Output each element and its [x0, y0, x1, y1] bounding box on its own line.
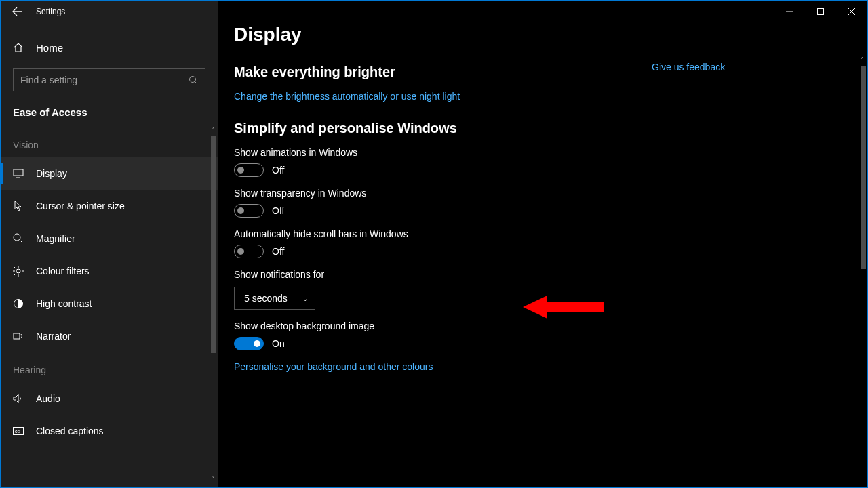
svg-line-18: [14, 274, 16, 275]
sidebar-item-high-contrast[interactable]: High contrast: [1, 287, 218, 320]
brightness-icon: [13, 266, 26, 277]
titlebar: Settings: [1, 1, 867, 22]
main-content: Display Make everything brighter Change …: [218, 1, 867, 487]
nav-group-header-hearing: Hearing: [1, 352, 218, 382]
svg-rect-20: [14, 333, 20, 339]
nav-label: Cursor & pointer size: [36, 201, 125, 211]
minimize-button[interactable]: [774, 1, 805, 22]
desktop-bg-label: Show desktop background image: [234, 321, 652, 331]
svg-point-8: [14, 234, 20, 241]
svg-line-5: [195, 82, 198, 85]
chevron-down-icon: ⌄: [302, 295, 308, 302]
page-title: Display: [234, 24, 652, 45]
scroll-up-icon[interactable]: ˄: [208, 127, 218, 136]
notifications-dropdown[interactable]: 5 seconds ⌄: [234, 287, 315, 310]
svg-line-9: [20, 240, 23, 243]
magnifier-icon: [13, 233, 26, 244]
section-brightness-title: Make everything brighter: [234, 64, 652, 80]
sidebar-scrollbar-thumb[interactable]: [211, 136, 216, 353]
sidebar-home-label: Home: [36, 42, 63, 54]
scrollbars-toggle[interactable]: [234, 245, 264, 258]
arrow-left-icon: [12, 6, 22, 17]
svg-rect-1: [818, 9, 824, 15]
main-scroll-up-icon[interactable]: ˄: [858, 56, 866, 64]
svg-point-10: [16, 269, 20, 273]
svg-line-17: [21, 267, 22, 268]
main-scrollbar[interactable]: [859, 66, 866, 483]
nav-label: Narrator: [36, 331, 71, 342]
window-controls: [774, 1, 867, 22]
sidebar-item-display[interactable]: Display: [1, 157, 218, 190]
svg-line-15: [14, 267, 16, 268]
search-input-wrap[interactable]: [13, 68, 205, 92]
svg-line-16: [21, 274, 22, 275]
animations-toggle[interactable]: [234, 163, 264, 177]
nav-label: Colour filters: [36, 266, 90, 277]
scroll-down-icon[interactable]: ˅: [208, 475, 218, 485]
desktop-bg-state: On: [272, 338, 285, 349]
sidebar-item-cursor[interactable]: Cursor & pointer size: [1, 190, 218, 222]
transparency-state: Off: [272, 205, 284, 216]
svg-rect-6: [14, 169, 23, 176]
sidebar-scrollbar[interactable]: [210, 136, 218, 475]
section-simplify-title: Simplify and personalise Windows: [234, 121, 652, 136]
window-title: Settings: [33, 7, 65, 16]
sidebar-item-narrator[interactable]: Narrator: [1, 320, 218, 352]
sidebar-category: Ease of Access: [1, 101, 218, 127]
cc-icon: cc: [13, 427, 26, 435]
speaker-icon: [13, 394, 26, 403]
scrollbars-state: Off: [272, 246, 284, 257]
nav-label: Audio: [36, 393, 60, 404]
brightness-link[interactable]: Change the brightness automatically or u…: [234, 91, 460, 102]
svg-point-4: [190, 77, 196, 83]
nav-group-header-vision: Vision: [1, 127, 218, 157]
svg-text:cc: cc: [15, 429, 20, 434]
sidebar-item-colour-filters[interactable]: Colour filters: [1, 255, 218, 287]
transparency-label: Show transparency in Windows: [234, 188, 652, 199]
search-icon: [189, 75, 198, 85]
nav-label: Display: [36, 168, 67, 179]
sidebar-item-magnifier[interactable]: Magnifier: [1, 222, 218, 255]
personalise-link[interactable]: Personalise your background and other co…: [234, 361, 433, 372]
home-icon: [13, 42, 26, 53]
sidebar: Home Ease of Access Vision Display Curso…: [1, 1, 218, 487]
sidebar-nav: Vision Display Cursor & pointer size Mag…: [1, 127, 218, 487]
notifications-label: Show notifications for: [234, 269, 652, 280]
close-button[interactable]: [836, 1, 867, 22]
nav-label: High contrast: [36, 298, 92, 309]
contrast-icon: [13, 298, 26, 309]
monitor-icon: [13, 169, 26, 178]
nav-label: Magnifier: [36, 233, 75, 244]
sidebar-item-closed-captions[interactable]: cc Closed captions: [1, 415, 218, 447]
desktop-bg-toggle[interactable]: [234, 337, 264, 350]
cursor-icon: [13, 201, 26, 211]
feedback-link[interactable]: Give us feedback: [652, 62, 725, 73]
animations-state: Off: [272, 165, 284, 176]
sidebar-home[interactable]: Home: [1, 32, 218, 63]
nav-label: Closed captions: [36, 426, 104, 436]
back-button[interactable]: [1, 1, 33, 22]
narrator-icon: [13, 331, 26, 341]
notifications-value: 5 seconds: [244, 293, 288, 304]
search-input[interactable]: [20, 75, 189, 85]
animations-label: Show animations in Windows: [234, 147, 652, 158]
main-scrollbar-thumb[interactable]: [861, 66, 866, 269]
scrollbars-label: Automatically hide scroll bars in Window…: [234, 228, 652, 239]
transparency-toggle[interactable]: [234, 204, 264, 218]
sidebar-item-audio[interactable]: Audio: [1, 382, 218, 415]
maximize-button[interactable]: [805, 1, 836, 22]
